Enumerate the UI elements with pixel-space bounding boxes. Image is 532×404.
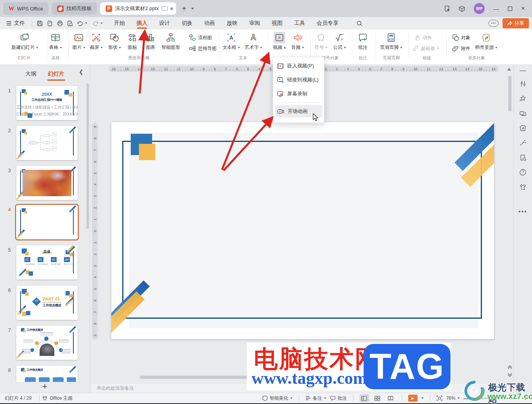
more-tools-icon[interactable]: ••• bbox=[514, 204, 532, 219]
menu-tab-5[interactable]: 放映 bbox=[221, 17, 243, 29]
file-menu-button[interactable]: 文件 bbox=[0, 20, 29, 27]
slide-thumbnail-5[interactable]: 目录 01 工作情况概述 02 工作完成情况 03 成功项目展示 bbox=[16, 245, 78, 280]
object-button[interactable]: 对象 bbox=[452, 34, 470, 41]
slide-thumbnail-8[interactable]: 工作情况概述 bbox=[16, 366, 78, 382]
panel-collapse-icon[interactable]: ❮ bbox=[79, 69, 83, 75]
scroll-up-icon[interactable] bbox=[507, 68, 511, 71]
user-avatar[interactable]: WP bbox=[474, 3, 485, 14]
transition-pane-icon[interactable] bbox=[514, 106, 532, 121]
undo-chevron-icon[interactable] bbox=[85, 22, 87, 24]
menu-tab-8[interactable]: 工具 bbox=[288, 17, 311, 29]
slide-editing-surface[interactable] bbox=[111, 122, 494, 339]
menu-item-screen-record[interactable]: 屏幕录制 bbox=[273, 87, 324, 101]
icon-library-button[interactable]: 图标 bbox=[124, 32, 141, 51]
comment-button[interactable]: 批注 bbox=[354, 32, 371, 51]
mobile-device-icon[interactable] bbox=[444, 5, 450, 12]
formula-button[interactable]: x 公式 bbox=[330, 32, 349, 51]
menu-tab-3[interactable]: 切换 bbox=[176, 17, 198, 29]
reading-view-button[interactable] bbox=[386, 394, 395, 402]
share-button[interactable]: 分享 bbox=[503, 18, 529, 28]
maximize-button[interactable] bbox=[508, 6, 513, 11]
save-button[interactable] bbox=[35, 19, 45, 28]
docer-resource-button[interactable]: 稻壳资源 bbox=[471, 32, 501, 51]
menu-tab-2[interactable]: 设计 bbox=[153, 17, 176, 29]
docer-resource-pane-icon[interactable] bbox=[514, 121, 532, 135]
animation-pane-icon[interactable] bbox=[514, 91, 532, 106]
slide-thumbnail-1[interactable]: 20XX 工作总结汇报PPT模板 工作总结 | 述职报告 | 工作汇报 | 年终… bbox=[16, 86, 78, 120]
slide-thumbnail-7[interactable]: 工作情况概述 bbox=[16, 326, 78, 360]
vertical-scrollbar[interactable] bbox=[508, 76, 511, 111]
menu-tab-1[interactable]: 插入 bbox=[131, 17, 153, 29]
previous-slide-button[interactable] bbox=[508, 365, 512, 369]
flowchart-button[interactable]: 流程图 bbox=[189, 34, 212, 41]
menu-tab-9[interactable]: 会员专享 bbox=[311, 17, 344, 29]
table-button[interactable]: 表格 bbox=[45, 32, 66, 51]
collapse-ribbon-icon[interactable]: — bbox=[514, 65, 532, 76]
redo-button[interactable] bbox=[90, 19, 101, 28]
video-button[interactable]: 视频 bbox=[270, 32, 289, 51]
smart-beautify-button[interactable]: 智能美化 bbox=[262, 395, 293, 402]
wordart-button[interactable]: A 艺术字 bbox=[241, 32, 265, 51]
action-button[interactable]: 动作 bbox=[414, 34, 432, 41]
tab-slides[interactable]: 幻灯片 bbox=[47, 70, 65, 78]
tab-document[interactable]: P 演示文稿素材2.pptx bbox=[100, 2, 176, 15]
slide-thumbnail-3[interactable] bbox=[16, 166, 78, 200]
smart-beautify-icon[interactable] bbox=[514, 135, 532, 150]
export-button[interactable] bbox=[45, 19, 55, 28]
tab-docer-template[interactable]: 找稻壳模板 bbox=[52, 2, 97, 15]
slideshow-play-button[interactable]: ▶ bbox=[408, 395, 418, 402]
object-properties-icon[interactable] bbox=[514, 76, 532, 91]
menu-item-link-video[interactable]: 链接到视频(L) bbox=[273, 73, 324, 87]
header-footer-button[interactable]: 页眉页脚 bbox=[377, 32, 405, 51]
slide-thumbnail-4-selected[interactable] bbox=[16, 205, 78, 239]
new-slide-button[interactable]: 新建幻灯片 bbox=[5, 32, 44, 51]
undo-button[interactable] bbox=[75, 19, 85, 28]
slide-sorter-view-button[interactable] bbox=[373, 394, 382, 402]
divider bbox=[39, 395, 40, 401]
tab-wps-office[interactable]: W WPS Office bbox=[3, 2, 49, 15]
print-preview-button[interactable] bbox=[65, 19, 75, 28]
next-slide-button[interactable] bbox=[508, 373, 512, 377]
comment-button-status[interactable]: 批注 bbox=[330, 395, 347, 402]
mindmap-button[interactable]: 思维导图 bbox=[189, 45, 217, 52]
menu-item-embed-video[interactable]: 嵌入视频(P) bbox=[273, 59, 324, 73]
redo-chevron-icon[interactable] bbox=[101, 22, 103, 24]
search-button[interactable] bbox=[354, 19, 364, 28]
fit-to-window-icon[interactable] bbox=[437, 395, 442, 401]
help-icon[interactable]: ? bbox=[514, 165, 532, 180]
menu-tab-7[interactable]: 视图 bbox=[266, 17, 288, 29]
play-options-chevron-icon[interactable] bbox=[421, 397, 424, 399]
panel-scrollbar[interactable] bbox=[87, 83, 89, 229]
shapes-button[interactable]: 形状 bbox=[104, 32, 125, 51]
wps-logo-icon: W bbox=[9, 5, 14, 12]
print-button[interactable] bbox=[55, 19, 65, 28]
attachment-button[interactable]: 附件 bbox=[452, 45, 470, 52]
symbol-button[interactable]: 符号 bbox=[312, 32, 330, 51]
menu-tab-6[interactable]: 审阅 bbox=[243, 17, 266, 29]
slide-thumbnail-6[interactable]: 01 PART 01 工作情况概述 bbox=[16, 286, 78, 320]
monitor-icon[interactable] bbox=[161, 6, 168, 11]
smart-graphic-button[interactable]: 智能图形 bbox=[157, 32, 185, 51]
add-slide-button[interactable]: + bbox=[0, 382, 90, 391]
skin-settings-icon[interactable] bbox=[514, 180, 532, 194]
app-center-icon[interactable] bbox=[459, 5, 465, 12]
audio-button[interactable]: 音频 bbox=[288, 32, 307, 51]
ruler-number: 8 bbox=[93, 137, 97, 139]
slide-thumbnail-2[interactable] bbox=[16, 126, 78, 160]
new-tab-button[interactable]: + bbox=[182, 4, 186, 13]
minimize-button[interactable]: — bbox=[493, 5, 499, 12]
notes-button[interactable]: 备注 bbox=[305, 395, 326, 402]
zoom-level[interactable]: 76% bbox=[446, 395, 460, 401]
textbox-button[interactable]: A 文本框 bbox=[220, 32, 243, 51]
tab-list-chevron-icon[interactable] bbox=[191, 8, 194, 10]
normal-view-button[interactable] bbox=[360, 394, 369, 402]
more-cloud-icon[interactable]: ••• bbox=[489, 20, 499, 27]
find-replace-icon[interactable] bbox=[514, 150, 532, 165]
screenshot-button[interactable]: 截屏 bbox=[86, 32, 107, 51]
tab-outline[interactable]: 大纲 bbox=[25, 70, 37, 78]
menu-tab-4[interactable]: 动画 bbox=[198, 17, 221, 29]
close-button[interactable]: × bbox=[521, 5, 525, 12]
theme-button[interactable]: Office 主题 bbox=[42, 395, 72, 402]
menu-tab-0[interactable]: 开始 bbox=[108, 17, 131, 29]
hyperlink-button[interactable]: 超链接 bbox=[412, 45, 439, 52]
